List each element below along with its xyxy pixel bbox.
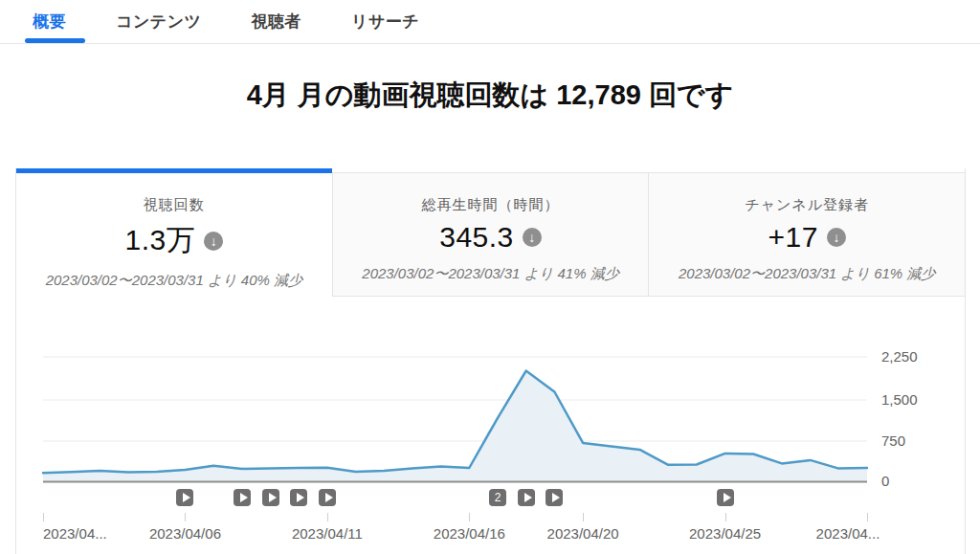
x-axis-tick-label: 2023/04/11 [292,525,363,543]
video-play-marker[interactable] [546,489,563,506]
play-icon [183,493,190,502]
metric-value: +17 [768,221,817,254]
x-axis-tick [185,513,186,521]
tab-research[interactable]: リサーチ [351,11,419,33]
analytics-tab-bar: 概要 コンテンツ 視聴者 リサーチ [0,0,980,44]
y-axis-tick-label: 1,500 [881,391,918,409]
metric-comparison: 2023/03/02〜2023/03/31 より 61% 減少 [649,265,965,283]
x-axis-tick-label: 2023/04... [43,525,107,543]
tab-content[interactable]: コンテンツ [116,11,202,33]
x-axis-tick [43,513,44,521]
x-axis-tick-label: 2023/04... [816,525,880,543]
metric-value: 1.3万 [124,221,195,260]
x-axis-tick [327,513,328,521]
metric-comparison: 2023/03/02〜2023/03/31 より 41% 減少 [333,265,649,283]
play-icon [240,493,248,502]
x-axis-tick [725,513,726,521]
video-play-marker[interactable] [319,489,336,506]
y-axis-tick-label: 2,250 [881,348,918,366]
x-axis-tick-label: 2023/04/20 [547,525,619,543]
chart-gridlines [43,357,867,441]
page-title: 4月 月の動画視聴回数は 12,789 回です [0,80,980,109]
play-icon [524,493,532,502]
active-tab-underline [25,38,85,43]
metric-card-views[interactable]: 視聴回数 1.3万 ↓ 2023/03/02〜2023/03/31 より 40%… [16,168,332,297]
x-axis-tick [583,513,584,521]
metric-label: チャンネル登録者 [649,196,965,214]
video-group-marker[interactable]: 2 [489,489,506,506]
views-over-time-chart: 2,2501,5007500 2 2023/04...2023/04/06202… [16,297,965,554]
tab-overview[interactable]: 概要 [33,11,66,33]
video-play-marker[interactable] [234,489,251,506]
video-play-marker[interactable] [176,489,193,506]
video-play-marker[interactable] [262,489,279,506]
video-play-marker[interactable] [518,489,535,506]
y-axis-tick-label: 750 [881,432,905,450]
play-icon [297,493,304,502]
y-axis-tick-label: 0 [881,473,889,490]
metric-label: 視聴回数 [16,196,332,214]
metric-label: 総再生時間（時間） [333,196,649,214]
play-icon [325,493,333,502]
down-arrow-icon: ↓ [204,232,223,251]
play-icon [552,493,560,502]
x-axis-tick-label: 2023/04/25 [689,525,761,543]
chart-canvas [16,297,965,554]
down-arrow-icon: ↓ [523,228,542,247]
x-axis-tick-label: 2023/04/06 [149,525,221,543]
down-arrow-icon: ↓ [827,228,846,247]
x-axis-tick [867,513,868,521]
play-icon [724,493,731,502]
tab-audience[interactable]: 視聴者 [252,11,302,33]
metric-value: 345.3 [439,221,514,254]
play-icon [269,493,277,502]
metric-cards: 視聴回数 1.3万 ↓ 2023/03/02〜2023/03/31 より 40%… [16,168,965,297]
metric-card-subscribers[interactable]: チャンネル登録者 +17 ↓ 2023/03/02〜2023/03/31 より … [648,172,965,297]
x-axis-tick [469,513,470,521]
video-play-marker[interactable] [290,489,307,506]
x-axis-tick-label: 2023/04/16 [434,525,505,543]
metric-card-watch-time[interactable]: 総再生時間（時間） 345.3 ↓ 2023/03/02〜2023/03/31 … [332,172,649,297]
chart-area-fill [43,371,867,482]
analytics-panel: 視聴回数 1.3万 ↓ 2023/03/02〜2023/03/31 より 40%… [15,168,966,554]
video-play-marker[interactable] [717,489,734,506]
metric-comparison: 2023/03/02〜2023/03/31 より 40% 減少 [16,272,332,290]
